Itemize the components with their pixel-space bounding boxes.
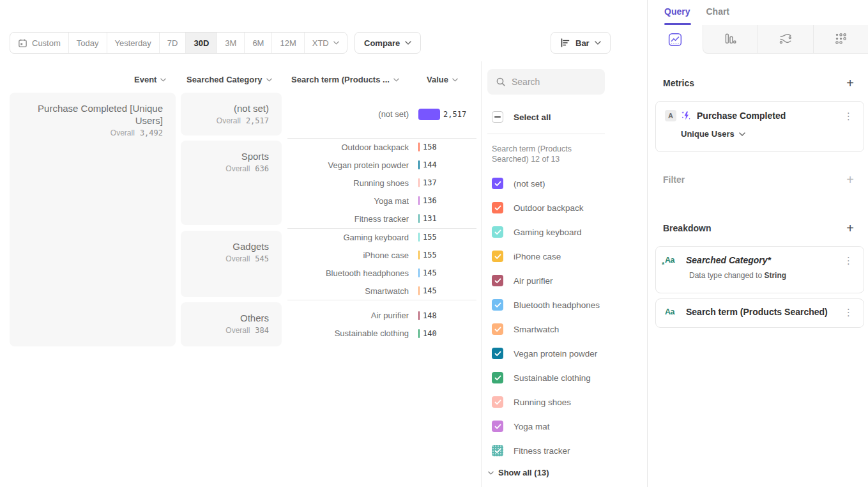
- metric-letter-badge: A: [665, 110, 676, 121]
- search-term-row: Smartwatch 145: [287, 282, 476, 300]
- add-breakdown-button[interactable]: +: [846, 222, 854, 235]
- legend-search-input[interactable]: [512, 77, 595, 87]
- category-card-gadgets[interactable]: Gadgets Overall545: [181, 231, 282, 297]
- legend-item-outdoor-backpack[interactable]: Outdoor backpack: [492, 196, 647, 220]
- legend-item-fitness-tracker[interactable]: Fitness tracker: [492, 438, 647, 463]
- legend-item-vegan-protein-powder[interactable]: Vegan protein powder: [492, 341, 647, 366]
- term-label: iPhone case: [287, 251, 409, 260]
- legend-checkbox[interactable]: [492, 275, 503, 286]
- legend-checkbox[interactable]: [492, 178, 503, 189]
- category-name: Sports: [181, 150, 269, 162]
- breakdown-title: Search term (Products Searched): [686, 307, 842, 317]
- legend-item-label: iPhone case: [514, 252, 561, 261]
- add-filter-button[interactable]: +: [846, 173, 854, 186]
- date-range-yesterday[interactable]: Yesterday: [107, 33, 160, 53]
- value-bar[interactable]: [418, 268, 420, 277]
- breakdown-menu-button[interactable]: ⋮: [842, 256, 855, 265]
- legend-checkbox[interactable]: [492, 372, 503, 383]
- column-header-search-term-products[interactable]: Search term (Products ...: [291, 75, 399, 84]
- query-panel: Query Chart Metrics + A: [647, 0, 868, 487]
- chevron-down-icon: [595, 41, 601, 45]
- legend-item-not-set[interactable]: (not set): [492, 171, 647, 196]
- category-card-sports[interactable]: Sports Overall636: [181, 141, 282, 225]
- tab-funnels[interactable]: [703, 25, 758, 54]
- column-header-searched-category[interactable]: Searched Category: [187, 75, 272, 84]
- column-header-label: Search term (Products ...: [291, 75, 390, 84]
- category-card-not-set[interactable]: (not set) Overall2,517: [181, 93, 282, 135]
- value-bar[interactable]: [418, 311, 420, 320]
- term-label: Sustainable clothing: [287, 329, 409, 338]
- select-all-checkbox[interactable]: [492, 111, 503, 123]
- column-header-label: Searched Category: [187, 75, 263, 84]
- breakdown-heading: Breakdown: [663, 223, 711, 233]
- column-header-label: Event: [134, 75, 156, 84]
- breakdown-card-searched-category[interactable]: Aa* Searched Category* ⋮ Data type chang…: [655, 246, 864, 293]
- date-range-today[interactable]: Today: [69, 33, 107, 53]
- legend-search[interactable]: [487, 69, 605, 95]
- legend-checkbox[interactable]: [492, 421, 503, 432]
- legend-checkbox[interactable]: [492, 445, 503, 456]
- term-value: 136: [423, 196, 437, 205]
- event-title: Purchase Completed [Unique Users]: [10, 102, 163, 127]
- legend-checkbox[interactable]: [492, 396, 503, 408]
- event-card[interactable]: Purchase Completed [Unique Users] Overal…: [10, 93, 176, 346]
- date-range-3m[interactable]: 3M: [217, 33, 245, 53]
- legend-checkbox[interactable]: [492, 348, 503, 359]
- value-bar[interactable]: [418, 143, 420, 151]
- column-header-value[interactable]: Value: [427, 75, 458, 84]
- tab-retention[interactable]: [813, 25, 868, 54]
- value-bar[interactable]: [418, 233, 420, 242]
- tab-flows[interactable]: [758, 25, 813, 54]
- date-range-7d[interactable]: 7D: [160, 33, 187, 53]
- value-bar[interactable]: [418, 329, 420, 338]
- value-bar[interactable]: [418, 286, 420, 295]
- panel-tabs: Query Chart: [648, 0, 868, 25]
- date-range-6m[interactable]: 6M: [245, 33, 272, 53]
- legend-checkbox[interactable]: [492, 202, 503, 213]
- legend-item-air-purifier[interactable]: Air purifier: [492, 268, 647, 293]
- string-type-icon: Aa*: [665, 256, 680, 265]
- date-range-30d[interactable]: 30D: [186, 33, 217, 53]
- funnel-bars-icon: [723, 32, 737, 46]
- term-label: Gaming keyboard: [287, 233, 409, 242]
- check-icon: [494, 399, 501, 405]
- legend-checkbox[interactable]: [492, 323, 503, 335]
- legend-checkbox[interactable]: [492, 251, 503, 262]
- date-range-12m[interactable]: 12M: [272, 33, 304, 53]
- compare-button[interactable]: Compare: [354, 32, 421, 54]
- tab-query[interactable]: Query: [664, 6, 690, 25]
- legend-item-sustainable-clothing[interactable]: Sustainable clothing: [492, 366, 647, 390]
- tab-insights[interactable]: [648, 25, 703, 54]
- value-bar[interactable]: [418, 196, 420, 205]
- show-all-button[interactable]: Show all (13): [488, 468, 647, 477]
- legend-item-yoga-mat[interactable]: Yoga mat: [492, 414, 647, 438]
- legend-checkbox[interactable]: [492, 226, 503, 238]
- search-term-row: Air purifier 148: [287, 307, 476, 325]
- legend-item-running-shoes[interactable]: Running shoes: [492, 390, 647, 414]
- legend-item-iphone-case[interactable]: iPhone case: [492, 244, 647, 268]
- metric-menu-button[interactable]: ⋮: [842, 111, 855, 121]
- tab-chart[interactable]: Chart: [706, 6, 729, 25]
- value-bar[interactable]: [418, 109, 440, 120]
- select-all-row[interactable]: Select all: [492, 111, 647, 123]
- legend-item-bluetooth-headphones[interactable]: Bluetooth headphones: [492, 293, 647, 317]
- check-icon: [494, 351, 501, 357]
- measurement-selector[interactable]: Unique Users: [681, 129, 855, 139]
- legend-item-smartwatch[interactable]: Smartwatch: [492, 317, 647, 341]
- column-header-event[interactable]: Event: [134, 75, 166, 84]
- value-bar[interactable]: [418, 214, 420, 223]
- breakdown-card-search-term[interactable]: Aa Search term (Products Searched) ⋮: [655, 298, 864, 328]
- add-metric-button[interactable]: +: [846, 77, 854, 89]
- category-card-others[interactable]: Others Overall384: [181, 302, 282, 346]
- breakdown-menu-button[interactable]: ⋮: [842, 307, 855, 317]
- metric-card[interactable]: A Purchase Completed ⋮ Unique Users: [655, 101, 864, 152]
- legend-checkbox[interactable]: [492, 299, 503, 311]
- legend-item-gaming-keyboard[interactable]: Gaming keyboard: [492, 220, 647, 244]
- value-bar[interactable]: [418, 178, 420, 187]
- value-bar[interactable]: [418, 160, 420, 169]
- search-term-row: iPhone case 155: [287, 246, 476, 264]
- chart-type-button[interactable]: Bar: [551, 32, 611, 54]
- date-range-custom[interactable]: Custom: [10, 33, 69, 53]
- value-bar[interactable]: [418, 251, 420, 259]
- date-range-xtd[interactable]: XTD: [305, 33, 347, 53]
